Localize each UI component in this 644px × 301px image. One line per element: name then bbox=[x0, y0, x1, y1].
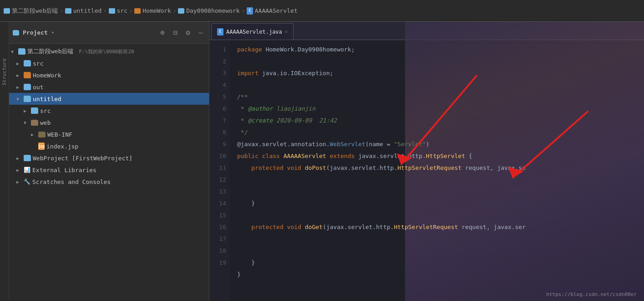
folder-icon-homework bbox=[24, 72, 31, 78]
breadcrumb-sep-5: › bbox=[242, 8, 245, 14]
line-num-15: 15 bbox=[209, 209, 226, 221]
breadcrumb-item-1[interactable]: 第二阶段web后端 bbox=[4, 7, 58, 15]
breadcrumb-item-6[interactable]: C AAAAAServlet bbox=[247, 7, 298, 15]
tree-item-webproject[interactable]: ▶ WebProject [FirstWebProject] bbox=[9, 152, 209, 164]
breadcrumb-item-3[interactable]: src bbox=[109, 7, 127, 14]
settings-action-btn[interactable]: ⚙ bbox=[183, 28, 193, 37]
content-area: Structure Project ▾ ⊕ ⊟ ⚙ — ▼ bbox=[0, 22, 644, 301]
tree-label-web: web bbox=[40, 119, 51, 126]
tree-item-untitled[interactable]: ▼ untitled bbox=[9, 93, 209, 105]
breadcrumb-label-6: AAAAAServlet bbox=[255, 7, 298, 14]
tree-arrow-ext-libs: ▶ bbox=[16, 168, 22, 173]
line-num-5: 5 bbox=[209, 91, 226, 103]
breadcrumb-item-4[interactable]: HomeWork bbox=[134, 7, 171, 14]
breadcrumb-item-2[interactable]: untitled bbox=[65, 7, 102, 14]
code-line-17 bbox=[237, 233, 644, 245]
minimize-action-btn[interactable]: — bbox=[196, 28, 205, 37]
line-numbers: 1 2 3 4 5 6 7 8 9 10 11 12 13 14 15 16 1 bbox=[209, 40, 230, 301]
breadcrumb-item-5[interactable]: Day0908homework bbox=[178, 7, 239, 14]
line-num-1: 1 bbox=[209, 44, 226, 56]
breadcrumb-sep-2: › bbox=[103, 8, 106, 14]
tree-arrow-scratches: ▶ bbox=[16, 179, 22, 184]
tree-label-untitled-src: src bbox=[40, 107, 51, 114]
code-line-1: package HomeWork.Day0908homework; bbox=[237, 44, 644, 56]
watermark: https://blog.csdn.net/csdn00er bbox=[546, 291, 637, 297]
folder-icon-2 bbox=[65, 8, 71, 14]
tree-item-untitled-src[interactable]: ▶ src bbox=[9, 105, 209, 117]
folder-icon-1 bbox=[4, 8, 10, 14]
tree-item-web[interactable]: ▼ web bbox=[9, 117, 209, 128]
line-num-10: 10 bbox=[209, 150, 226, 162]
line-num-3: 3 bbox=[209, 67, 226, 79]
breadcrumb-label-1: 第二阶段web后端 bbox=[12, 7, 58, 15]
line-num-17: 17 bbox=[209, 233, 226, 245]
collapse-action-btn[interactable]: ⊟ bbox=[171, 28, 180, 37]
code-line-20: } bbox=[237, 269, 644, 281]
folder-icon-root bbox=[18, 48, 25, 55]
folder-icon-3 bbox=[109, 8, 115, 14]
tree-arrow-web: ▼ bbox=[24, 120, 29, 125]
folder-icon-untitled bbox=[24, 96, 31, 102]
breadcrumb-sep-3: › bbox=[129, 8, 132, 14]
add-action-btn[interactable]: ⊕ bbox=[158, 28, 167, 37]
code-line-10: public class AAAAAServlet extends javax.… bbox=[237, 150, 644, 162]
sidebar-title: Project bbox=[23, 29, 48, 36]
code-line-14: } bbox=[237, 198, 644, 209]
tab-java-icon: C bbox=[217, 28, 223, 36]
code-line-15 bbox=[237, 209, 644, 221]
tab-close-btn[interactable]: ✕ bbox=[285, 29, 288, 35]
tree-label-out: out bbox=[33, 84, 43, 91]
tree-item-root[interactable]: ▼ 第二阶段web后端 F:\我的班\0000新班20 bbox=[9, 46, 209, 57]
line-num-6: 6 bbox=[209, 103, 226, 115]
sidebar: Project ▾ ⊕ ⊟ ⚙ — ▼ 第二阶段web后端 F:\我的班\000… bbox=[9, 22, 209, 301]
tree-arrow-homework: ▶ bbox=[16, 73, 22, 78]
tree-label-webinf: WEB-INF bbox=[47, 131, 72, 138]
editor-tab-active[interactable]: C AAAAAServlet.java ✕ bbox=[211, 23, 294, 40]
file-icon-jsp: jsp bbox=[38, 143, 45, 150]
tree-arrow-webinf: ▶ bbox=[31, 132, 36, 137]
code-line-5: /** bbox=[237, 91, 644, 103]
structure-label[interactable]: Structure bbox=[1, 58, 7, 86]
tree-arrow-out: ▶ bbox=[16, 85, 22, 90]
breadcrumb-sep-1: › bbox=[60, 8, 63, 14]
tree-label-src: src bbox=[33, 60, 43, 67]
tree-item-homework[interactable]: ▶ HomeWork bbox=[9, 69, 209, 81]
line-num-4: 4 bbox=[209, 79, 226, 91]
folder-icon-webinf bbox=[38, 132, 46, 138]
folder-icon-src bbox=[24, 60, 31, 66]
tree-arrow-webproject: ▶ bbox=[16, 156, 22, 161]
code-line-3: import java.io.IOException; bbox=[237, 67, 644, 79]
code-container: 1 2 3 4 5 6 7 8 9 10 11 12 13 14 15 16 1 bbox=[209, 40, 644, 301]
code-line-18 bbox=[237, 245, 644, 257]
project-folder-icon bbox=[13, 30, 19, 36]
structure-panel: Structure bbox=[0, 22, 9, 301]
tree-item-out[interactable]: ▶ out bbox=[9, 81, 209, 93]
tree-item-ext-libs[interactable]: ▶ 📊 External Libraries bbox=[9, 164, 209, 176]
sidebar-actions: ⊕ ⊟ ⚙ — bbox=[158, 28, 205, 37]
line-num-11: 11 bbox=[209, 162, 226, 174]
sidebar-dropdown-arrow[interactable]: ▾ bbox=[51, 30, 55, 36]
main-container: 第二阶段web后端 › untitled › src › HomeWork › … bbox=[0, 0, 644, 301]
folder-icon-untitled-src bbox=[31, 107, 38, 114]
breadcrumb-bar: 第二阶段web后端 › untitled › src › HomeWork › … bbox=[0, 0, 644, 22]
code-line-2 bbox=[237, 56, 644, 67]
tree-label-index-jsp: index.jsp bbox=[46, 143, 78, 150]
breadcrumb-label-5: Day0908homework bbox=[186, 7, 239, 14]
library-icon: 📊 bbox=[24, 167, 30, 173]
tree-item-scratches[interactable]: ▶ 🔧 Scratches and Consoles bbox=[9, 176, 209, 188]
class-icon-6: C bbox=[247, 7, 253, 15]
folder-icon-webproject bbox=[24, 155, 31, 161]
folder-icon-5 bbox=[178, 8, 184, 14]
sidebar-path-label: F:\我的班\0000新班20 bbox=[79, 48, 134, 55]
tree-item-webinf[interactable]: ▶ WEB-INF bbox=[9, 128, 209, 140]
tree-item-src[interactable]: ▶ src bbox=[9, 57, 209, 69]
editor-area: C AAAAAServlet.java ✕ 1 2 3 4 5 6 7 8 9 bbox=[209, 22, 644, 301]
code-line-4 bbox=[237, 79, 644, 91]
tree-view: ▼ 第二阶段web后端 F:\我的班\0000新班20 ▶ src ▶ Home… bbox=[9, 44, 209, 301]
tree-item-index-jsp[interactable]: ▶ jsp index.jsp bbox=[9, 140, 209, 152]
code-content[interactable]: package HomeWork.Day0908homework; import… bbox=[230, 40, 644, 301]
tree-label-homework: HomeWork bbox=[33, 72, 61, 79]
tree-label-scratches: Scratches and Consoles bbox=[32, 179, 111, 185]
tree-arrow-src: ▶ bbox=[16, 61, 22, 66]
breadcrumb-sep-4: › bbox=[173, 8, 176, 14]
